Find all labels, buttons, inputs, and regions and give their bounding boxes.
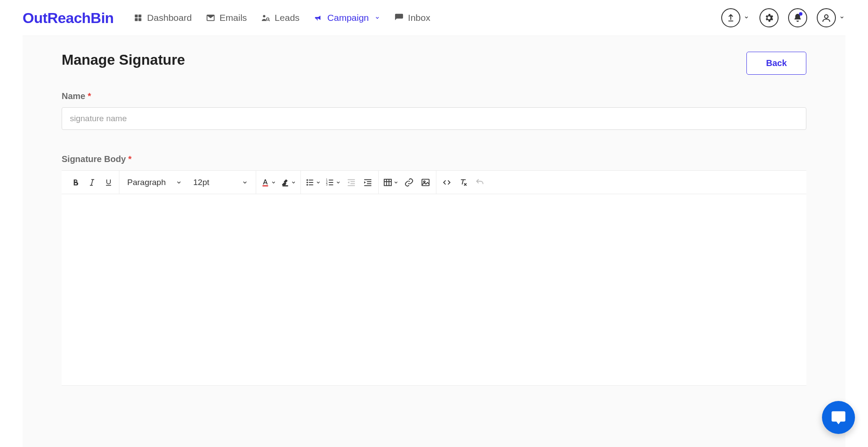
svg-rect-36 xyxy=(364,185,372,186)
settings-button[interactable] xyxy=(759,8,779,27)
svg-rect-29 xyxy=(350,181,355,182)
svg-rect-34 xyxy=(367,181,371,182)
nav-item-emails[interactable]: Emails xyxy=(206,13,247,23)
code-button[interactable] xyxy=(439,175,455,190)
italic-button[interactable] xyxy=(84,175,100,190)
chat-icon xyxy=(830,409,847,426)
code-icon xyxy=(442,178,452,187)
image-icon xyxy=(421,178,430,187)
body-label: Signature Body * xyxy=(62,154,806,164)
svg-point-5 xyxy=(266,18,269,20)
bold-button[interactable] xyxy=(68,175,83,190)
page-title: Manage Signature xyxy=(62,52,185,68)
outdent-button[interactable] xyxy=(343,175,359,190)
required-asterisk: * xyxy=(88,91,91,101)
chevron-down-icon xyxy=(316,180,321,185)
svg-rect-21 xyxy=(309,184,313,185)
indent-button[interactable] xyxy=(360,175,376,190)
nav-item-campaign[interactable]: Campaign xyxy=(314,13,380,23)
highlight-button[interactable] xyxy=(279,178,298,187)
nav-label: Dashboard xyxy=(147,13,192,23)
megaphone-icon xyxy=(314,13,323,23)
main-content: Manage Signature Back Name * Signature B… xyxy=(23,36,845,447)
nav-label: Leads xyxy=(275,13,300,23)
user-icon xyxy=(821,13,832,23)
indent-icon xyxy=(363,178,373,187)
svg-rect-0 xyxy=(135,15,138,18)
text-color-icon xyxy=(261,178,270,187)
notification-dot xyxy=(799,12,802,16)
signature-name-input[interactable] xyxy=(62,107,806,130)
upload-action[interactable] xyxy=(721,8,750,27)
upload-circle xyxy=(721,8,740,27)
comment-icon xyxy=(394,13,404,23)
chevron-down-icon xyxy=(393,180,399,185)
block-format-select[interactable]: Paragraph xyxy=(122,174,187,191)
brand-name-text: OutReachBin xyxy=(23,10,114,26)
numbered-list-button[interactable]: 123 xyxy=(323,178,343,187)
svg-point-4 xyxy=(263,15,265,18)
svg-rect-15 xyxy=(283,185,288,186)
chevron-down-icon xyxy=(291,180,296,185)
nav-label: Inbox xyxy=(408,13,430,23)
bullet-list-icon xyxy=(305,178,315,187)
underline-icon xyxy=(104,178,113,187)
main-nav: Dashboard Emails Leads Campaign xyxy=(133,13,430,23)
svg-point-17 xyxy=(307,182,308,183)
nav-item-inbox[interactable]: Inbox xyxy=(394,13,430,23)
nav-item-leads[interactable]: Leads xyxy=(261,13,300,23)
bold-icon xyxy=(71,178,80,187)
chevron-down-icon xyxy=(336,180,341,185)
gear-icon xyxy=(764,13,774,23)
svg-rect-33 xyxy=(364,179,372,180)
required-asterisk: * xyxy=(128,154,132,164)
back-button[interactable]: Back xyxy=(746,52,806,75)
undo-icon xyxy=(475,178,485,187)
undo-button[interactable] xyxy=(472,175,488,190)
underline-button[interactable] xyxy=(101,175,116,190)
outdent-icon xyxy=(347,178,356,187)
chevron-down-icon xyxy=(271,180,276,185)
svg-point-9 xyxy=(825,15,828,18)
svg-line-12 xyxy=(91,179,92,185)
rich-text-editor: Paragraph 12pt xyxy=(62,170,806,386)
notifications-button[interactable] xyxy=(788,8,807,27)
body-label-text: Signature Body xyxy=(62,154,126,164)
svg-rect-27 xyxy=(329,184,333,185)
italic-icon xyxy=(88,178,96,187)
svg-marker-32 xyxy=(348,181,350,184)
svg-rect-19 xyxy=(309,179,313,180)
chevron-down-icon xyxy=(744,15,750,21)
page-header: Manage Signature Back xyxy=(62,52,806,75)
svg-rect-28 xyxy=(348,179,355,180)
text-color-button[interactable] xyxy=(259,178,278,187)
image-button[interactable] xyxy=(418,175,433,190)
svg-point-16 xyxy=(307,179,308,181)
signature-body-editor[interactable] xyxy=(62,194,806,385)
profile-action[interactable] xyxy=(817,8,845,27)
nav-item-dashboard[interactable]: Dashboard xyxy=(133,13,192,23)
svg-rect-38 xyxy=(384,179,392,185)
svg-text:3: 3 xyxy=(326,183,328,186)
bullet-list-button[interactable] xyxy=(304,178,323,187)
chat-widget-button[interactable] xyxy=(822,401,855,434)
font-size-select[interactable]: 12pt xyxy=(188,174,253,191)
svg-rect-25 xyxy=(329,179,333,180)
brand-logo[interactable]: OutReachBin xyxy=(23,10,114,26)
nav-label: Campaign xyxy=(327,13,369,23)
editor-toolbar: Paragraph 12pt xyxy=(62,171,806,194)
header-actions xyxy=(721,8,845,27)
table-button[interactable] xyxy=(381,178,400,187)
clear-format-button[interactable] xyxy=(455,175,471,190)
svg-point-43 xyxy=(423,181,425,182)
table-icon xyxy=(383,178,393,187)
svg-line-6 xyxy=(268,20,270,21)
svg-rect-20 xyxy=(309,182,313,183)
svg-rect-30 xyxy=(350,183,355,184)
svg-rect-1 xyxy=(139,15,142,18)
svg-rect-2 xyxy=(135,18,138,21)
app-header: OutReachBin Dashboard Emails Leads Cam xyxy=(0,0,868,36)
chevron-down-icon xyxy=(242,179,248,185)
link-button[interactable] xyxy=(401,175,417,190)
highlight-icon xyxy=(281,178,290,187)
